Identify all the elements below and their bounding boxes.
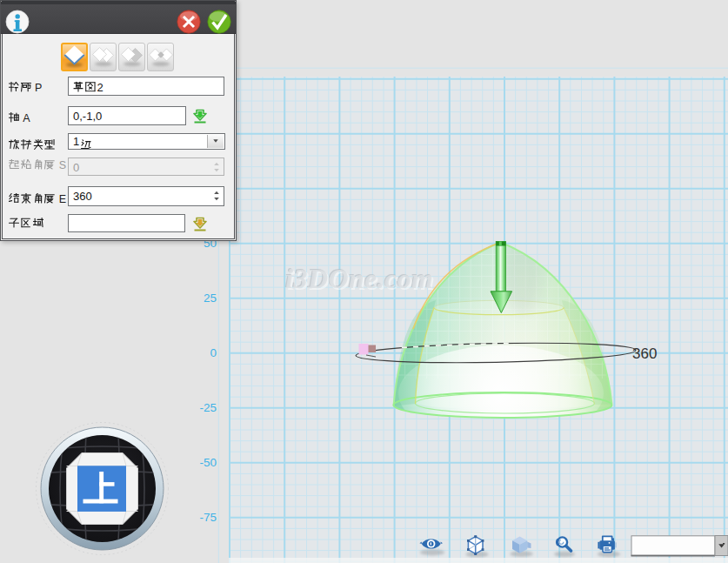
svg-text:-50: -50 xyxy=(199,456,217,469)
svg-text:i3DOne.com: i3DOne.com xyxy=(285,263,433,294)
svg-text:-75: -75 xyxy=(199,511,217,524)
svg-text:0: 0 xyxy=(210,346,217,359)
svg-text:25: 25 xyxy=(204,292,217,305)
svg-text:360: 360 xyxy=(632,345,657,362)
svg-text:-25: -25 xyxy=(199,401,217,414)
